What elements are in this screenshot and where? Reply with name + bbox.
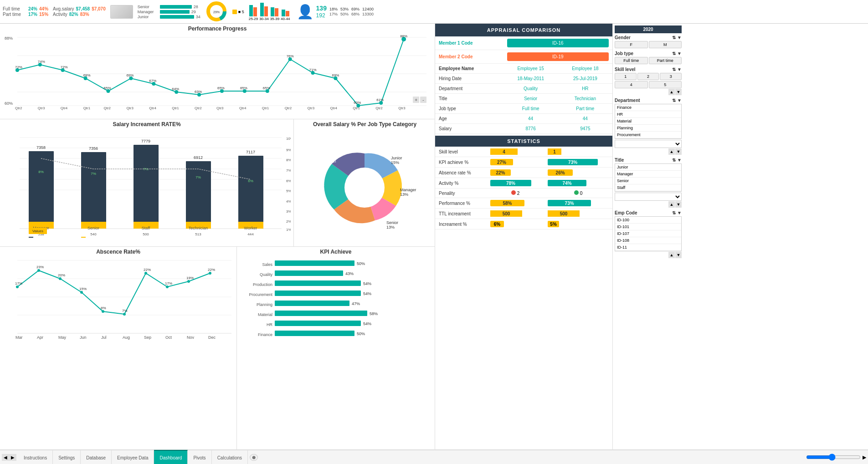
dept-planning[interactable]: Planning xyxy=(615,125,681,132)
skill-scroll-up[interactable]: ▲ xyxy=(668,89,675,95)
svg-rect-186 xyxy=(275,291,361,296)
tab-nav-right[interactable]: ▶ xyxy=(9,454,16,461)
gender-f-btn[interactable]: F xyxy=(615,41,648,48)
tab-calculations[interactable]: Calculations xyxy=(212,450,248,464)
skill-5-btn[interactable]: 5 xyxy=(649,81,682,88)
tab-settings[interactable]: Settings xyxy=(53,450,81,464)
jobtype-row: Job type Full time Part time xyxy=(435,104,612,114)
emp1-skill: 4 xyxy=(490,148,518,155)
person-num2: 192 xyxy=(316,12,325,19)
skill-1-btn[interactable]: 1 xyxy=(615,73,637,80)
title-select[interactable] xyxy=(615,193,682,201)
svg-text:8%: 8% xyxy=(38,170,44,174)
empcode-filter-icons: ⇅ ▼ xyxy=(672,210,682,215)
pct8: 13300 xyxy=(362,12,374,16)
emp-id100[interactable]: ID-100 xyxy=(615,217,681,224)
title-manager[interactable]: Manager xyxy=(615,171,681,178)
skill-2-btn[interactable]: 2 xyxy=(637,73,659,80)
svg-text:Qtr2: Qtr2 xyxy=(15,106,22,110)
svg-text:Worker: Worker xyxy=(311,184,324,189)
activity-label-stat: Activity % xyxy=(435,178,487,189)
svg-rect-180 xyxy=(275,270,343,276)
svg-rect-189 xyxy=(275,301,349,306)
dept-material[interactable]: Material xyxy=(615,118,681,125)
emp2-hire: 25-Jul-2019 xyxy=(558,74,612,84)
mini-donut: 29% xyxy=(205,1,228,22)
svg-text:6912: 6912 xyxy=(194,155,203,160)
svg-text:88%: 88% xyxy=(5,36,13,41)
scroll-right-btn[interactable]: ▶ xyxy=(863,454,866,460)
title-junior[interactable]: Junior xyxy=(615,164,681,171)
dept-select[interactable] xyxy=(615,140,682,148)
title-scroll-up[interactable]: ▲ xyxy=(668,201,675,208)
svg-text:63%: 63% xyxy=(195,90,202,94)
tab-instructions[interactable]: Instructions xyxy=(18,450,53,464)
dept-scroll-down[interactable]: ▼ xyxy=(675,148,682,155)
svg-point-155 xyxy=(209,272,211,275)
emp-scroll-down[interactable]: ▼ xyxy=(675,252,682,258)
parttime-btn[interactable]: Part time xyxy=(649,57,682,64)
svg-text:Qtr4: Qtr4 xyxy=(61,106,68,110)
absence-rate-label: Absence rate % xyxy=(435,168,487,178)
emp2-jobtype: Part time xyxy=(558,104,612,114)
svg-text:Qtr4: Qtr4 xyxy=(239,106,247,110)
svg-text:Qtr3: Qtr3 xyxy=(216,106,224,110)
svg-text:6%: 6% xyxy=(248,179,253,183)
emp1-hire: 18-May-2011 xyxy=(503,74,558,84)
svg-text:61%: 61% xyxy=(376,98,384,102)
absence-rate-row: Absence rate % 22% 26% xyxy=(435,168,612,178)
svg-text:Apr: Apr xyxy=(37,335,43,340)
kpi-achieve-row: KPI achieve % 27% 73% xyxy=(435,157,612,168)
svg-text:67%: 67% xyxy=(149,79,156,83)
tab-nav-left[interactable]: ◀ xyxy=(2,454,9,461)
svg-text:5%: 5% xyxy=(286,189,291,193)
svg-text:15%: 15% xyxy=(391,160,399,165)
title-staff[interactable]: Staff xyxy=(615,184,681,191)
emp-id11[interactable]: ID-11 xyxy=(615,244,681,251)
svg-text:58%: 58% xyxy=(370,311,378,316)
svg-rect-192 xyxy=(275,311,367,316)
emp2-salary: 9475 xyxy=(558,124,612,134)
skill-4-btn[interactable]: 4 xyxy=(615,81,648,88)
title-scroll-down[interactable]: ▼ xyxy=(675,201,682,208)
tab-pivots[interactable]: Pivots xyxy=(188,450,211,464)
svg-text:69%: 69% xyxy=(126,73,134,77)
penalty-row: Penality 2 0 xyxy=(435,189,612,198)
emp-scroll-up[interactable]: ▲ xyxy=(668,252,675,258)
add-sheet-btn[interactable]: ⊕ xyxy=(250,454,258,461)
emp-id101[interactable]: ID-101 xyxy=(615,224,681,230)
svg-text:4%: 4% xyxy=(286,199,291,204)
skill-scroll-down[interactable]: ▼ xyxy=(675,89,682,95)
dept-procurement[interactable]: Procurement xyxy=(615,132,681,138)
svg-text:7358: 7358 xyxy=(36,145,46,150)
dept-filter-icons: ⇅ ▼ xyxy=(672,98,682,103)
emp1-jobtype: Full time xyxy=(503,104,558,114)
person-icon: 👤 xyxy=(297,4,313,20)
tab-dashboard[interactable]: Dashboard xyxy=(154,450,188,464)
member1-label: Member 1 Code xyxy=(435,36,503,50)
svg-point-128 xyxy=(344,168,385,208)
svg-point-153 xyxy=(166,286,169,288)
emp1-salary: 8776 xyxy=(503,124,558,134)
svg-point-146 xyxy=(16,286,19,288)
dept-hr[interactable]: HR xyxy=(615,111,681,118)
emp-id107[interactable]: ID-107 xyxy=(615,230,681,237)
tab-employee-data[interactable]: Employee Data xyxy=(112,450,154,464)
emp2-perf: 73% xyxy=(548,200,591,206)
gender-m-btn[interactable]: M xyxy=(649,41,682,48)
fulltime-btn[interactable]: Full time xyxy=(615,57,648,64)
zoom-slider[interactable] xyxy=(806,454,861,461)
empcode-filter-label: Emp Code xyxy=(615,210,637,215)
penalty-dot-red xyxy=(511,190,516,195)
tab-database[interactable]: Database xyxy=(81,450,112,464)
svg-text:Qtr2: Qtr2 xyxy=(375,106,383,110)
title-senior[interactable]: Senior xyxy=(615,178,681,184)
svg-text:Procurement: Procurement xyxy=(249,292,272,297)
skill-3-btn[interactable]: 3 xyxy=(660,73,682,80)
svg-text:7%: 7% xyxy=(286,168,291,173)
dept-scroll-up[interactable]: ▲ xyxy=(668,148,675,155)
svg-text:Senior: Senior xyxy=(386,220,398,225)
emp2-penalty: 0 xyxy=(580,191,583,196)
emp-id108[interactable]: ID-108 xyxy=(615,237,681,244)
dept-finance[interactable]: Finance xyxy=(615,104,681,111)
